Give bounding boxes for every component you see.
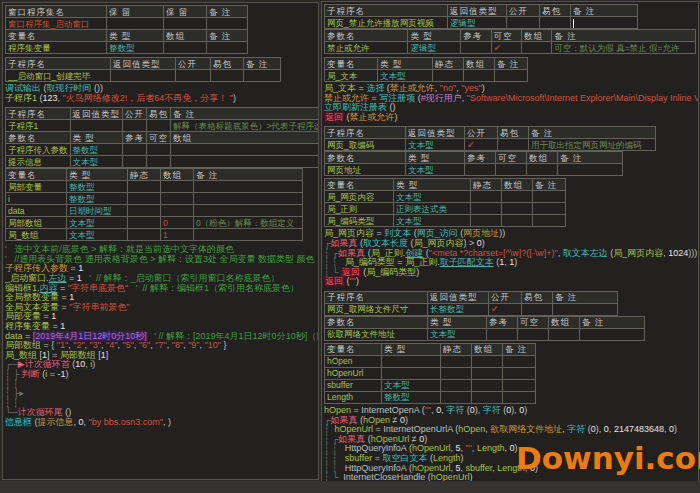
table-cell[interactable]: 提示信息 bbox=[6, 156, 71, 168]
table-cell[interactable]: 整数型 bbox=[107, 42, 164, 54]
table-cell[interactable]: data bbox=[6, 205, 67, 217]
window-programset-table[interactable]: 窗口程序集名保 留保 留备 注窗口程序集_启动窗口变量名类 型数组备 注程序集变… bbox=[5, 5, 248, 54]
table-cell[interactable]: sbuffer bbox=[325, 379, 382, 391]
table-cell[interactable] bbox=[382, 355, 441, 367]
table-cell[interactable] bbox=[147, 120, 171, 132]
web-getencoding-params-table[interactable]: 参数名类 型参考可空数组备 注网页地址文本型 bbox=[324, 151, 623, 176]
table-cell[interactable]: 禁止或允许 bbox=[325, 42, 408, 54]
table-cell[interactable]: ✔ bbox=[465, 139, 498, 151]
table-cell[interactable]: 局_网页内容 bbox=[325, 191, 394, 203]
table-cell[interactable]: 用于取出指定网页网址的编码 bbox=[529, 139, 656, 151]
table-cell[interactable]: 文本型 bbox=[428, 328, 487, 340]
table-cell[interactable] bbox=[521, 42, 551, 54]
table-cell[interactable] bbox=[171, 156, 320, 168]
table-cell[interactable]: 整数型 bbox=[67, 181, 128, 193]
table-cell[interactable]: 可空：默认为假 真=禁止 假=允许 bbox=[552, 42, 696, 54]
table-cell[interactable] bbox=[471, 191, 502, 203]
table-cell[interactable] bbox=[123, 156, 147, 168]
table-cell[interactable] bbox=[518, 328, 549, 340]
table-cell[interactable] bbox=[128, 181, 161, 193]
table-cell[interactable]: 子程序传入参数 bbox=[6, 144, 71, 156]
table-cell[interactable]: __启动窗口_创建完毕 bbox=[6, 70, 111, 82]
table-cell[interactable] bbox=[472, 367, 503, 379]
table-cell[interactable]: 网页_取编码 bbox=[325, 139, 406, 151]
table-cell[interactable] bbox=[441, 367, 472, 379]
table-cell[interactable] bbox=[580, 328, 645, 340]
table-cell[interactable]: 局部数组 bbox=[6, 217, 67, 229]
table-cell[interactable]: 整数型 bbox=[67, 193, 128, 205]
code-line[interactable]: 子程序1 (123, "火鸟网络修改2!，后者64不再免，分享！ ") bbox=[5, 94, 316, 104]
table-cell[interactable]: 长整数型 bbox=[428, 303, 489, 315]
table-cell[interactable] bbox=[472, 391, 503, 403]
table-cell[interactable]: 局部变量 bbox=[6, 181, 67, 193]
web-getencoding-vars-table[interactable]: 变量名类 型静态数组备 注局_网页内容文本型局_正则正则表达式类局_编码类型文本… bbox=[324, 178, 566, 227]
table-cell[interactable] bbox=[107, 18, 164, 30]
table-cell[interactable] bbox=[147, 144, 171, 156]
table-cell[interactable]: 局_编码类型 bbox=[325, 215, 394, 227]
table-cell[interactable]: 程序集变量 bbox=[6, 42, 107, 54]
table-cell[interactable] bbox=[553, 303, 618, 315]
web-getfilesize-params-table[interactable]: 参数名类 型参考可空数组备 注欲取网络文件地址文本型 bbox=[324, 316, 645, 341]
table-cell[interactable]: i bbox=[6, 193, 67, 205]
code-line[interactable]: ┆ ┆ bbox=[5, 380, 316, 390]
table-cell[interactable] bbox=[161, 205, 194, 217]
web-getfilesize-sub-table[interactable]: 子程序名返回值类型公开易包备 注网页_取网络文件尺寸长整数型✔ bbox=[324, 291, 618, 316]
table-cell[interactable]: 文本型 bbox=[70, 156, 123, 168]
table-cell[interactable] bbox=[465, 164, 496, 176]
table-cell[interactable] bbox=[171, 144, 320, 156]
code-line[interactable]: ┆ ├ 判断 (i = -1) bbox=[5, 370, 316, 380]
table-cell[interactable] bbox=[194, 181, 303, 193]
table-cell[interactable]: 正则表达式类 bbox=[394, 203, 471, 215]
table-cell[interactable] bbox=[502, 215, 533, 227]
subroutine1-table[interactable]: 子程序名返回值类型公开易包备 注子程序1解释（表格标题底景色）>代表子程序这里的… bbox=[5, 107, 319, 168]
table-cell[interactable]: hOpen bbox=[325, 355, 382, 367]
table-cell[interactable]: 欲取网络文件地址 bbox=[325, 328, 428, 340]
table-cell[interactable] bbox=[176, 70, 211, 82]
table-cell[interactable] bbox=[503, 355, 536, 367]
table-cell[interactable] bbox=[503, 391, 536, 403]
table-cell[interactable] bbox=[123, 144, 147, 156]
code-line[interactable]: 返回 ("") bbox=[324, 277, 696, 287]
code-line[interactable]: 信息框 (提示信息, 0, "by bbs.osn3.com", ) bbox=[5, 418, 316, 428]
code-line[interactable]: ┆ └ 返回 (局_编码类型) bbox=[324, 268, 696, 278]
table-cell[interactable]: 逻辑型 bbox=[408, 42, 461, 54]
web-getencoding-sub-table[interactable]: 子程序名返回值类型公开易包备 注网页_取编码文本型✔用于取出指定网页网址的编码 bbox=[324, 126, 656, 151]
table-cell[interactable] bbox=[194, 193, 303, 205]
table-cell[interactable]: 解释（表格标题底景色）>代表子程序这里的表格名和颜色 bbox=[171, 120, 320, 132]
table-cell[interactable] bbox=[194, 229, 303, 241]
startup-subroutine-table[interactable]: 子程序名返回值类型公开易包备 注__启动窗口_创建完毕 bbox=[5, 57, 281, 82]
table-cell[interactable] bbox=[472, 355, 503, 367]
table-cell[interactable]: 逻辑型 bbox=[448, 17, 507, 29]
table-cell[interactable] bbox=[128, 193, 161, 205]
table-cell[interactable]: 网页地址 bbox=[325, 164, 406, 176]
table-cell[interactable]: 整数型 bbox=[70, 144, 123, 156]
table-cell[interactable]: 窗口程序集_启动窗口 bbox=[6, 18, 107, 30]
table-cell[interactable]: 局_文本 bbox=[325, 70, 378, 82]
web-forbid-video-vars-table[interactable]: 变量名类 型静态数组备 注局_文本文本型 bbox=[324, 57, 528, 82]
table-cell[interactable] bbox=[495, 70, 528, 82]
table-cell[interactable]: 文本型 bbox=[406, 164, 465, 176]
table-cell[interactable] bbox=[502, 191, 533, 203]
table-cell[interactable] bbox=[207, 42, 248, 54]
table-cell[interactable] bbox=[472, 379, 503, 391]
table-cell[interactable] bbox=[571, 17, 638, 29]
table-cell[interactable]: 网页_取网络文件尺寸 bbox=[325, 303, 428, 315]
table-cell[interactable] bbox=[471, 215, 502, 227]
table-cell[interactable] bbox=[558, 164, 623, 176]
table-cell[interactable] bbox=[207, 18, 248, 30]
table-cell[interactable]: Length bbox=[325, 391, 382, 403]
table-cell[interactable] bbox=[441, 355, 472, 367]
table-cell[interactable] bbox=[498, 139, 529, 151]
table-cell[interactable] bbox=[533, 215, 566, 227]
table-cell[interactable] bbox=[433, 70, 464, 82]
table-cell[interactable] bbox=[503, 367, 536, 379]
table-cell[interactable]: 文本型 bbox=[394, 215, 471, 227]
table-cell[interactable] bbox=[496, 164, 527, 176]
table-cell[interactable] bbox=[194, 205, 303, 217]
table-cell[interactable]: ✔ bbox=[491, 42, 521, 54]
table-cell[interactable]: 文本型 bbox=[67, 217, 128, 229]
table-cell[interactable] bbox=[507, 17, 540, 29]
table-cell[interactable] bbox=[522, 303, 553, 315]
code-line[interactable]: 返回 (禁止或允许) bbox=[324, 113, 696, 123]
table-cell[interactable] bbox=[128, 217, 161, 229]
